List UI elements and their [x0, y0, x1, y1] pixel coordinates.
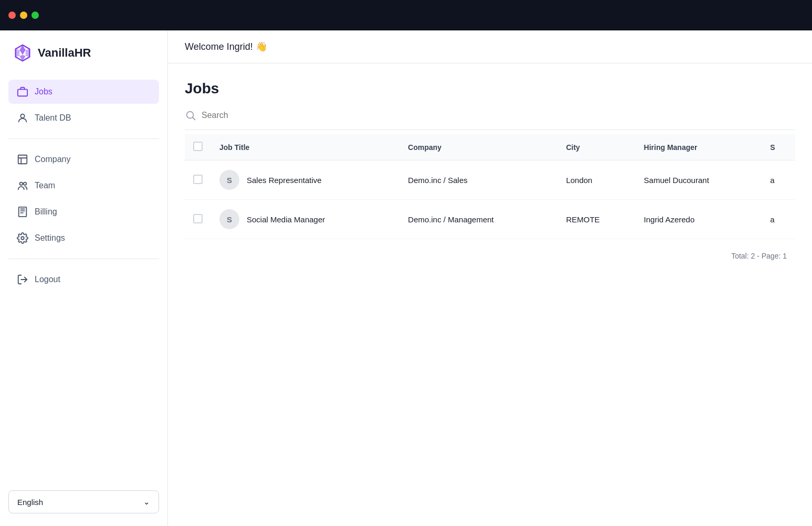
table-header-hiring-manager: Hiring Manager [636, 134, 762, 160]
sidebar-item-billing[interactable]: Billing [8, 200, 159, 224]
search-icon [185, 110, 196, 121]
logo-area: VanillaHR [8, 43, 159, 63]
building-icon [17, 154, 28, 165]
sidebar-item-label-billing: Billing [35, 207, 57, 217]
row1-job-title-cell: S Sales Representative [211, 160, 399, 200]
row2-job-title: Social Media Manager [247, 215, 325, 224]
sidebar-item-settings[interactable]: Settings [8, 226, 159, 250]
sidebar-item-label-settings: Settings [35, 233, 65, 243]
table-header-city: City [557, 134, 635, 160]
row1-avatar: S [219, 170, 239, 190]
traffic-lights [8, 12, 39, 19]
row2-hiring-manager: Ingrid Azeredo [636, 200, 762, 239]
chevron-down-icon: ⌄ [143, 497, 150, 507]
sidebar-item-label-talent-db: Talent DB [35, 113, 71, 123]
logo-text: VanillaHR [38, 46, 91, 60]
row1-company: Demo.inc / Sales [399, 160, 557, 200]
title-bar [0, 0, 812, 30]
svg-point-4 [24, 183, 27, 186]
table-header-job-title: Job Title [211, 134, 399, 160]
nav-list: Jobs Talent DB [8, 80, 159, 486]
row2-checkbox-cell [185, 200, 211, 239]
page-title: Jobs [185, 80, 795, 97]
sidebar-item-jobs[interactable]: Jobs [8, 80, 159, 104]
row2-title-wrap: S Social Media Manager [219, 209, 391, 229]
receipt-icon [17, 206, 28, 218]
gear-icon [17, 232, 28, 244]
svg-point-3 [20, 183, 23, 186]
language-current: English [17, 498, 43, 507]
language-selector[interactable]: English ⌄ [8, 490, 159, 513]
logo-icon [13, 43, 33, 63]
sidebar: VanillaHR Jobs [0, 30, 168, 526]
row2-company: Demo.inc / Management [399, 200, 557, 239]
sidebar-item-label-team: Team [35, 181, 55, 190]
row2-checkbox[interactable] [193, 214, 203, 223]
svg-rect-0 [18, 89, 27, 96]
svg-rect-2 [18, 155, 27, 164]
search-input[interactable] [202, 111, 795, 120]
select-all-checkbox[interactable] [193, 142, 203, 151]
logout-icon [17, 274, 28, 285]
sidebar-item-company[interactable]: Company [8, 147, 159, 171]
table-header-status: S [762, 134, 795, 160]
welcome-message: Welcome Ingrid! 👋 [185, 41, 267, 52]
person-card-icon [17, 112, 28, 124]
close-button[interactable] [8, 12, 16, 19]
row1-hiring-manager: Samuel Ducourant [636, 160, 762, 200]
nav-divider-1 [8, 138, 159, 139]
table-row[interactable]: S Social Media Manager Demo.inc / Manage… [185, 200, 795, 239]
briefcase-icon [17, 86, 28, 98]
row1-city: London [557, 160, 635, 200]
team-icon [17, 180, 28, 191]
table-header-company: Company [399, 134, 557, 160]
table-row[interactable]: S Sales Representative Demo.inc / Sales … [185, 160, 795, 200]
sidebar-item-label-jobs: Jobs [35, 87, 52, 96]
sidebar-item-team[interactable]: Team [8, 174, 159, 198]
sidebar-item-logout[interactable]: Logout [8, 267, 159, 292]
top-bar: Welcome Ingrid! 👋 [168, 30, 812, 63]
jobs-table: Job Title Company City Hiring Manager S [185, 134, 795, 239]
pagination-info: Total: 2 - Page: 1 [185, 239, 795, 273]
row2-avatar: S [219, 209, 239, 229]
sidebar-item-label-logout: Logout [35, 275, 60, 284]
minimize-button[interactable] [20, 12, 27, 19]
svg-point-6 [21, 237, 24, 240]
svg-point-8 [187, 112, 194, 119]
maximize-button[interactable] [31, 12, 39, 19]
row2-status: a [762, 200, 795, 239]
app-container: VanillaHR Jobs [0, 30, 812, 526]
row1-title-wrap: S Sales Representative [219, 170, 391, 190]
nav-divider-2 [8, 259, 159, 259]
content-area: Jobs [168, 63, 812, 526]
table-header-checkbox [185, 134, 211, 160]
svg-line-9 [193, 117, 195, 120]
row1-status: a [762, 160, 795, 200]
main-content: Welcome Ingrid! 👋 Jobs [168, 30, 812, 526]
row1-job-title: Sales Representative [247, 176, 322, 185]
sidebar-item-label-company: Company [35, 155, 70, 164]
sidebar-item-talent-db[interactable]: Talent DB [8, 106, 159, 130]
pagination-text: Total: 2 - Page: 1 [731, 252, 787, 260]
row1-checkbox-cell [185, 160, 211, 200]
row2-job-title-cell: S Social Media Manager [211, 200, 399, 239]
row1-checkbox[interactable] [193, 175, 203, 184]
svg-point-1 [20, 114, 24, 118]
row2-city: REMOTE [557, 200, 635, 239]
search-bar [185, 110, 795, 130]
table-header-row: Job Title Company City Hiring Manager S [185, 134, 795, 160]
